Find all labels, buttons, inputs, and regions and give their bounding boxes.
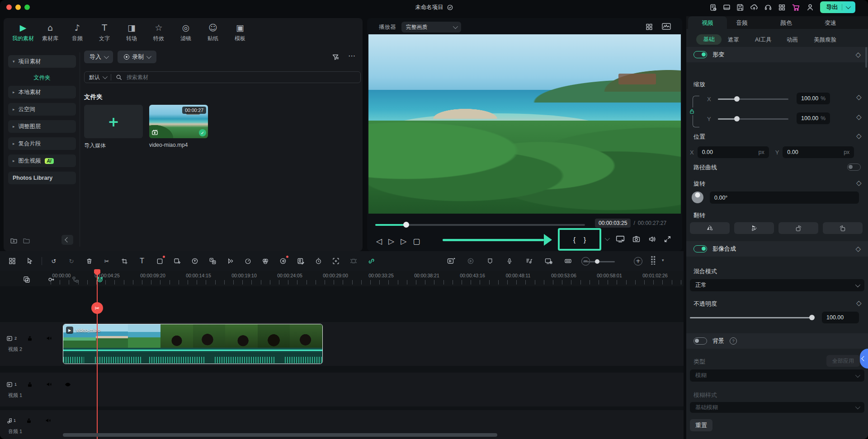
timeline-ruler[interactable]: 00:00:00 00:00:04:25 00:00:09:20 00:00:1… [0,251,684,286]
scale-x-keyframe-icon[interactable]: ◇ [856,93,862,101]
sidebar-item-cloud[interactable]: ▸云空间 [8,103,76,116]
collapse-sidebar-button[interactable] [61,235,73,245]
track-mute-icon[interactable] [43,378,55,390]
track-visibility-icon[interactable] [62,378,74,390]
video-viewport[interactable] [368,34,681,214]
timeline-scrollbar[interactable] [63,433,497,437]
rotate-ccw-button[interactable] [823,222,863,234]
search-input[interactable]: 搜索素材 [127,74,148,81]
playhead-split-handle[interactable]: ✂ [91,302,103,314]
tab-audio-inspector[interactable]: 音频 [736,19,748,27]
compositing-toggle[interactable] [693,245,707,252]
blend-mode-dropdown[interactable]: 正常 [690,279,864,291]
save-icon[interactable] [736,4,744,11]
headset-icon[interactable] [764,3,772,11]
sidebar-item-photos-library[interactable]: Photos Library [8,172,76,184]
scopes-icon[interactable] [662,23,671,30]
sidebar-item-local-media[interactable]: ▸本地素材 [8,86,76,98]
mark-in-button[interactable]: { [573,236,576,243]
fullscreen-icon[interactable] [664,235,671,243]
snapshot-mode-dropdown[interactable] [605,237,609,241]
opacity-keyframe-icon[interactable]: ◇ [856,299,862,307]
mark-out-button[interactable]: } [584,236,586,243]
rotate-dial[interactable] [692,191,703,203]
apps-grid-icon[interactable] [778,4,786,11]
scale-x-value[interactable]: 100.00% [797,93,830,104]
record-button[interactable]: 录制 [118,51,156,63]
split-view-icon[interactable] [646,23,653,30]
tab-color[interactable]: 颜色 [780,19,792,27]
track-mute-icon[interactable] [42,415,54,426]
scale-lock-icon[interactable] [689,107,695,115]
new-folder-icon[interactable] [10,237,18,244]
clip-volume-line[interactable] [63,350,322,351]
track-mute-icon[interactable] [43,332,55,344]
cart-icon[interactable] [792,3,800,12]
stop-button[interactable]: ▢ [413,237,420,246]
opacity-slider[interactable] [690,317,815,318]
subtab-mask[interactable]: 遮罩 [728,36,739,44]
sidebar-item-compound-clip[interactable]: ▸复合片段 [8,137,76,150]
next-frame-button[interactable]: ▷ [388,237,394,246]
scale-x-slider[interactable] [718,98,788,100]
account-icon[interactable] [806,3,814,11]
position-y-input[interactable]: 0.00px [783,146,854,158]
transform-keyframe-icon[interactable]: ◇ [855,51,861,59]
position-x-input[interactable]: 0.00px [698,146,769,158]
sidebar-item-folder[interactable]: 文件夹 [8,71,76,84]
view-filter-dropdown[interactable]: 默认 [89,74,106,81]
opacity-value[interactable]: 100.00 [822,312,859,323]
sidebar-item-project-media[interactable]: ▾ 项目素材 [8,55,76,68]
subtab-ai-tools[interactable]: AI工具 [755,36,772,44]
background-type-dropdown[interactable]: 模糊 [690,369,864,382]
scale-y-slider[interactable] [718,118,788,120]
background-toggle[interactable] [693,337,707,345]
sidebar-item-image-to-video[interactable]: ▸ 图生视频 AI [8,154,76,167]
cloud-upload-icon[interactable] [750,3,758,11]
tab-audio[interactable]: ♪音频 [64,23,90,42]
reset-button[interactable]: 重置 [690,419,712,431]
flip-vertical-button[interactable] [734,222,774,234]
scale-y-value[interactable]: 100.00% [797,112,830,124]
rotate-keyframe-icon[interactable]: ◇ [856,179,862,187]
tab-video[interactable]: 视频 [688,16,727,29]
volume-icon[interactable] [648,235,656,243]
timeline-clip[interactable]: ▶ video-miao [63,324,323,364]
tab-filters[interactable]: ◎滤镜 [173,23,199,42]
snapshot-camera-icon[interactable] [632,235,641,243]
display-icon[interactable] [723,4,731,11]
tab-speed[interactable]: 变速 [825,19,836,27]
tab-text[interactable]: T文字 [91,23,118,42]
import-media-tile[interactable]: + [84,105,143,138]
filter-funnel-icon[interactable] [332,53,339,61]
subtab-beauty[interactable]: 美颜瘦脸 [814,36,836,44]
rotate-cw-button[interactable] [778,222,818,234]
play-button[interactable]: ▷ [401,237,406,246]
rotate-input[interactable]: 0.00° [710,191,859,204]
tab-my-media[interactable]: ▶我的素材 [10,23,36,42]
subtab-basic[interactable]: 基础 [696,34,722,45]
transform-toggle[interactable] [693,51,707,58]
playhead[interactable] [97,269,98,439]
export-button[interactable]: 导出 [820,1,855,13]
path-curve-toggle[interactable] [847,163,861,171]
track-lock-icon[interactable] [23,415,35,426]
blur-style-dropdown[interactable]: 基础模糊 [690,402,864,413]
seek-bar[interactable] [375,224,585,226]
track-lock-icon[interactable] [24,332,36,344]
tree-expand-icon[interactable]: ▾ [13,59,15,64]
compositing-keyframe-icon[interactable]: ◇ [855,245,861,253]
apply-all-button[interactable]: 全部应用 [826,355,860,367]
sidebar-item-adjustment-layer[interactable]: ▸调整图层 [8,120,76,133]
scale-y-keyframe-icon[interactable]: ◇ [856,113,862,121]
more-options-icon[interactable]: ⋯ [348,51,355,60]
media-clip-tile[interactable]: 00:00:27 ✓ [149,105,208,138]
tab-stock-media[interactable]: ⌂素材库 [37,23,63,42]
track-lock-icon[interactable] [24,378,36,390]
subtab-animation[interactable]: 动画 [787,36,798,44]
import-button[interactable]: 导入 [84,51,113,63]
previous-frame-button[interactable]: ◁ [376,237,382,246]
inspector-scrollbar[interactable] [865,47,867,68]
tab-stickers[interactable]: ☺贴纸 [200,23,226,42]
position-keyframe-icon[interactable]: ◇ [856,132,862,140]
